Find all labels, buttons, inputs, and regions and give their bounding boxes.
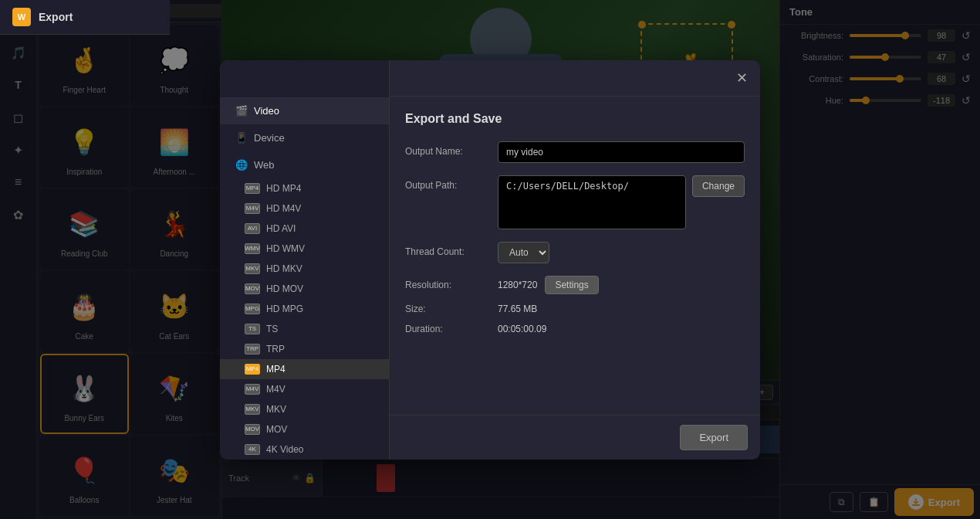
device-tab-label: Device: [254, 132, 285, 144]
resolution-row: Resolution: 1280*720 Settings: [405, 276, 745, 294]
format-mp4[interactable]: MP4MP4: [220, 359, 389, 379]
dialog-footer: Export: [390, 415, 760, 460]
output-path-row: Output Path: Change: [405, 175, 745, 229]
output-path-label: Output Path:: [405, 175, 498, 191]
format-hd-wmv[interactable]: WMVHD WMV: [220, 239, 389, 259]
format-mkv[interactable]: MKVMKV: [220, 399, 389, 419]
duration-label: Duration:: [405, 324, 498, 334]
export-section-title: Export and Save: [405, 112, 745, 126]
format-hd-mp4[interactable]: MP4HD MP4: [220, 178, 389, 198]
thread-count-select[interactable]: Auto: [498, 242, 549, 263]
export-dialog-export-button[interactable]: Export: [680, 425, 748, 450]
dialog-main: ✕ Export and Save Output Name: Output Pa…: [390, 60, 760, 460]
format-m4v[interactable]: M4VM4V: [220, 379, 389, 399]
thread-count-label: Thread Count:: [405, 242, 498, 257]
dialog-tab-video[interactable]: 🎬 Video: [220, 97, 389, 124]
format-list: MP4HD MP4 M4VHD M4V AVIHD AVI WMVHD WMV …: [220, 178, 389, 460]
output-path-textarea[interactable]: [498, 175, 686, 229]
dialog-content: Export and Save Output Name: Output Path…: [390, 97, 760, 415]
thread-count-row: Thread Count: Auto: [405, 242, 745, 263]
size-value: 77.65 MB: [498, 304, 537, 314]
dialog-titlebar: ✕: [390, 60, 760, 97]
dialog-sidebar: W Export 🎬 Video 📱 Device 🌐 Web MP4HD MP…: [220, 60, 390, 460]
dialog-tab-device[interactable]: 📱 Device: [220, 124, 389, 151]
format-hd-mpg[interactable]: MPGHD MPG: [220, 299, 389, 319]
duration-row: Duration: 00:05:00.09: [405, 324, 745, 334]
video-tab-label: Video: [254, 105, 279, 117]
path-input-row: Change: [498, 175, 745, 229]
export-dialog: W Export 🎬 Video 📱 Device 🌐 Web MP4HD MP…: [220, 60, 760, 460]
output-name-label: Output Name:: [405, 141, 498, 157]
format-hd-mov[interactable]: MOVHD MOV: [220, 279, 389, 299]
dialog-close-button[interactable]: ✕: [736, 70, 748, 86]
format-ts[interactable]: TSTS: [220, 319, 389, 339]
dialog-tab-web[interactable]: 🌐 Web: [220, 151, 389, 178]
output-name-row: Output Name:: [405, 141, 745, 163]
size-label: Size:: [405, 304, 498, 314]
output-name-input[interactable]: [498, 141, 745, 163]
dialog-overlay: W Export 🎬 Video 📱 Device 🌐 Web MP4HD MP…: [0, 0, 980, 519]
web-tab-icon: 🌐: [235, 159, 248, 171]
format-mov[interactable]: MOVMOV: [220, 419, 389, 439]
duration-value: 00:05:00.09: [498, 324, 546, 334]
resolution-value: 1280*720: [498, 280, 537, 290]
format-hd-avi[interactable]: AVIHD AVI: [220, 219, 389, 239]
resolution-settings-button[interactable]: Settings: [545, 276, 598, 294]
format-4k-video[interactable]: 4K4K Video: [220, 439, 389, 460]
size-row: Size: 77.65 MB: [405, 304, 745, 314]
format-hd-m4v[interactable]: M4VHD M4V: [220, 198, 389, 219]
web-tab-label: Web: [254, 159, 275, 171]
resolution-label: Resolution:: [405, 280, 498, 290]
format-hd-mkv[interactable]: MKVHD MKV: [220, 259, 389, 279]
device-tab-icon: 📱: [235, 132, 248, 144]
change-path-button[interactable]: Change: [692, 175, 745, 197]
format-trp[interactable]: TRPTRP: [220, 339, 389, 359]
video-tab-icon: 🎬: [235, 105, 248, 117]
